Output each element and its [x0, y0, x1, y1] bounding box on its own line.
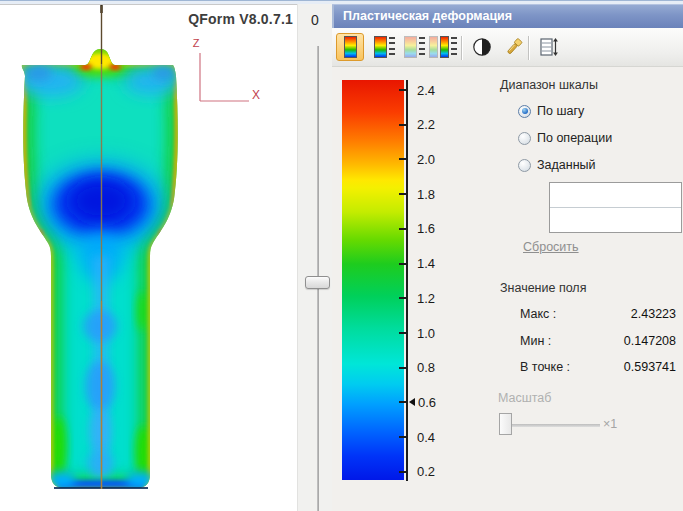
reset-link[interactable]: Сбросить [523, 240, 579, 254]
axis-indicator: Z X [180, 31, 270, 116]
flashlight-glyph-icon [503, 36, 525, 58]
mini-colorbar-icon [429, 36, 438, 58]
scale-toolbar [332, 28, 683, 67]
mini-colorbar-icon [374, 36, 387, 58]
tick-marks-icon [451, 37, 457, 57]
colorbar-pale-icon[interactable] [400, 33, 428, 61]
colorbar-tick: 1.0 [399, 326, 435, 340]
radio-label: По операции [537, 131, 612, 145]
scale-heading: Масштаб [498, 391, 551, 405]
colorbar-tick: 0.4 [399, 430, 435, 444]
point-value-marker-icon [409, 398, 415, 406]
colorbar-tick: 1.4 [399, 257, 435, 271]
flashlight-icon[interactable] [500, 33, 528, 61]
step-slider-handle[interactable] [305, 276, 330, 289]
contrast-glyph-icon [472, 37, 492, 57]
radio-button-icon [518, 105, 531, 118]
colorbar-tick: 2.4 [399, 83, 435, 97]
scale-height-icon[interactable] [535, 33, 563, 61]
scale-height-glyph-icon [538, 36, 560, 58]
colorbar-tick: 0.6 [399, 395, 436, 409]
toolbar-separator [461, 36, 462, 60]
colorbar-tick: 0.2 [399, 465, 435, 479]
colorbar-tick: 1.6 [399, 222, 435, 236]
mini-colorbar-icon [344, 36, 357, 58]
mini-colorbar-icon [440, 36, 449, 58]
scale-slider-handle[interactable] [499, 413, 512, 435]
range-max-input[interactable] [550, 183, 681, 207]
field-value-heading: Значение поля [500, 281, 586, 295]
field-point-value: 0.593741 [598, 360, 676, 374]
colorbar-tick: 1.2 [399, 291, 435, 305]
tick-marks-icon [419, 37, 425, 57]
mini-colorbar-icon [404, 36, 417, 58]
field-point-row: В точке :0.593741 [520, 360, 676, 374]
field-max-row: Макс :2.43223 [520, 307, 676, 321]
colorbar-double-icon[interactable] [429, 33, 457, 61]
scale-slider-track[interactable] [505, 424, 600, 427]
color-scale-ticks: 2.42.22.01.81.61.41.21.00.80.60.40.2 [399, 80, 459, 480]
axis-z-label: Z [193, 37, 200, 49]
radio-by-operation[interactable]: По операции [518, 131, 612, 145]
radio-specified[interactable]: Заданный [518, 158, 596, 172]
radio-button-icon [518, 132, 531, 145]
field-min-row: Мин :0.147208 [520, 334, 676, 348]
app-version-watermark: QForm V8.0.7.1 [175, 11, 293, 27]
range-min-input[interactable] [550, 208, 681, 232]
panel-title: Пластическая деформация [332, 4, 683, 28]
step-indicator: 0 [305, 12, 325, 28]
field-max-label: Макс : [520, 307, 598, 321]
colorbar-solid-icon[interactable] [336, 33, 364, 61]
scale-multiplier: ×1 [603, 417, 617, 431]
colorbar-tick: 1.8 [399, 187, 435, 201]
radio-label: Заданный [537, 158, 596, 172]
simulation-viewport[interactable]: QForm V8.0.7.1 Z X [0, 4, 297, 511]
field-min-value: 0.147208 [598, 334, 676, 348]
axis-x-label: X [252, 88, 260, 102]
tick-marks-icon [389, 37, 395, 57]
step-slider-region: 0 [297, 4, 332, 511]
radio-button-icon [518, 159, 531, 172]
field-min-label: Мин : [520, 334, 598, 348]
contrast-icon[interactable] [468, 33, 496, 61]
plastic-deformation-panel: Пластическая деформация [332, 4, 683, 511]
colorbar-ticks-icon[interactable] [370, 33, 398, 61]
radio-label: По шагу [537, 104, 584, 118]
field-max-value: 2.43223 [598, 307, 676, 321]
field-point-label: В точке : [520, 360, 598, 374]
radio-by-step[interactable]: По шагу [518, 104, 584, 118]
colorbar-tick: 2.2 [399, 118, 435, 132]
colorbar-tick: 2.0 [399, 152, 435, 166]
colorbar-tick: 0.8 [399, 361, 435, 375]
qform-window: QForm V8.0.7.1 Z X 0 Пластическая деформ… [0, 0, 683, 511]
scale-range-heading: Диапазон шкалы [500, 78, 598, 92]
color-scale-bar [342, 80, 404, 480]
range-inputs-box [549, 182, 682, 233]
toolbar-separator [528, 36, 529, 60]
